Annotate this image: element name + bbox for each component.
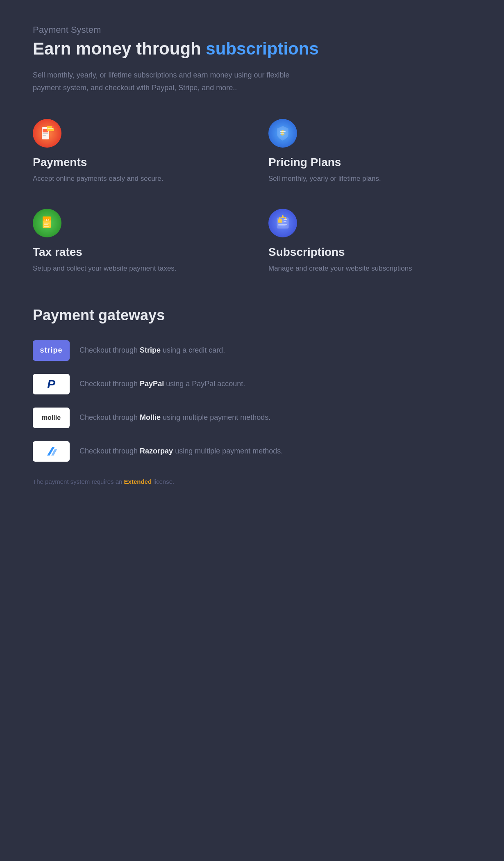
svg-rect-14 xyxy=(44,224,48,225)
mollie-text-end: using multiple payment methods. xyxy=(161,413,270,421)
paypal-brand: PayPal xyxy=(140,380,164,388)
description-text: Sell monthly, yearly, or lifetime subscr… xyxy=(33,69,320,94)
mollie-brand: Mollie xyxy=(140,413,161,421)
paypal-logo-text: P xyxy=(47,377,55,391)
subscriptions-icon xyxy=(268,209,297,237)
svg-rect-17 xyxy=(278,219,282,223)
mollie-text-start: Checkout through xyxy=(79,413,140,421)
feature-tax-title: Tax rates xyxy=(33,246,236,259)
pricing-icon: $ xyxy=(268,119,297,148)
footer-note-end: license. xyxy=(152,478,174,485)
stripe-logo: stripe xyxy=(33,340,70,361)
svg-point-24 xyxy=(282,215,284,217)
razorpay-logo xyxy=(33,441,70,462)
svg-rect-2 xyxy=(43,133,48,134)
section-label: Payment System xyxy=(33,25,471,35)
feature-subscriptions: Subscriptions Manage and create your web… xyxy=(268,209,471,274)
razorpay-text: Checkout through Razorpay using multiple… xyxy=(79,447,283,456)
mollie-text: Checkout through Mollie using multiple p… xyxy=(79,413,270,422)
mollie-logo: mollie xyxy=(33,408,70,428)
mollie-logo-text: mollie xyxy=(42,414,61,421)
gateway-paypal: P Checkout through PayPal using a PayPal… xyxy=(33,374,471,394)
feature-payments: Payments Accept online payments easly an… xyxy=(33,119,236,184)
svg-rect-16 xyxy=(277,218,288,228)
feature-subscriptions-desc: Manage and create your website subscript… xyxy=(268,263,471,274)
stripe-text-start: Checkout through xyxy=(79,346,140,354)
gateway-stripe: stripe Checkout through Stripe using a c… xyxy=(33,340,471,361)
svg-rect-8 xyxy=(280,131,286,132)
svg-rect-9 xyxy=(280,133,284,134)
svg-rect-3 xyxy=(43,135,46,136)
stripe-logo-text: stripe xyxy=(40,346,62,355)
heading-start: Earn money through xyxy=(33,39,206,58)
pricing-icon-svg: $ xyxy=(274,125,291,142)
paypal-text-end: using a PayPal account. xyxy=(164,380,245,388)
payments-icon xyxy=(33,119,61,148)
svg-point-25 xyxy=(285,217,286,219)
razorpay-logo-svg xyxy=(43,445,59,458)
feature-tax: TAX Tax rates Setup and collect your web… xyxy=(33,209,236,274)
footer-note-start: The payment system requires an xyxy=(33,478,124,485)
svg-rect-19 xyxy=(284,221,286,222)
tax-icon: TAX xyxy=(33,209,61,237)
svg-rect-13 xyxy=(44,223,50,223)
section-header: Payment System Earn money through subscr… xyxy=(33,25,471,94)
stripe-brand: Stripe xyxy=(140,346,161,354)
feature-pricing-desc: Sell monthly, yearly or lifetime plans. xyxy=(268,173,471,184)
razorpay-text-end: using multiple payment methods. xyxy=(173,447,283,455)
svg-rect-20 xyxy=(278,224,287,225)
main-heading: Earn money through subscriptions xyxy=(33,39,471,59)
paypal-text-start: Checkout through xyxy=(79,380,140,388)
svg-point-23 xyxy=(279,217,281,219)
heading-accent: subscriptions xyxy=(206,39,318,58)
gateway-mollie: mollie Checkout through Mollie using mul… xyxy=(33,408,471,428)
svg-rect-15 xyxy=(44,226,49,227)
razorpay-brand: Razorpay xyxy=(140,447,173,455)
feature-payments-title: Payments xyxy=(33,156,236,169)
feature-subscriptions-title: Subscriptions xyxy=(268,246,471,259)
svg-rect-18 xyxy=(284,219,287,220)
feature-payments-desc: Accept online payments easly and secure. xyxy=(33,173,236,184)
paypal-logo: P xyxy=(33,374,70,394)
gateways-title: Payment gateways xyxy=(33,307,471,324)
feature-pricing-title: Pricing Plans xyxy=(268,156,471,169)
feature-tax-desc: Setup and collect your website payment t… xyxy=(33,263,236,274)
svg-rect-21 xyxy=(278,226,286,226)
paypal-text: Checkout through PayPal using a PayPal a… xyxy=(79,380,245,388)
svg-point-6 xyxy=(52,126,54,128)
extended-label: Extended xyxy=(124,478,152,485)
svg-text:TAX: TAX xyxy=(44,219,50,221)
stripe-text: Checkout through Stripe using a credit c… xyxy=(79,346,225,355)
feature-pricing: $ Pricing Plans Sell monthly, yearly or … xyxy=(268,119,471,184)
stripe-text-end: using a credit card. xyxy=(161,346,225,354)
gateway-razorpay: Checkout through Razorpay using multiple… xyxy=(33,441,471,462)
subscriptions-icon-svg xyxy=(274,214,291,232)
razorpay-text-start: Checkout through xyxy=(79,447,140,455)
footer-note: The payment system requires an Extended … xyxy=(33,478,471,485)
gateways-section: Payment gateways stripe Checkout through… xyxy=(33,307,471,462)
payments-icon-svg xyxy=(39,125,56,142)
features-grid: Payments Accept online payments easly an… xyxy=(33,119,471,274)
svg-rect-5 xyxy=(48,128,53,129)
tax-icon-svg: TAX xyxy=(39,214,56,232)
